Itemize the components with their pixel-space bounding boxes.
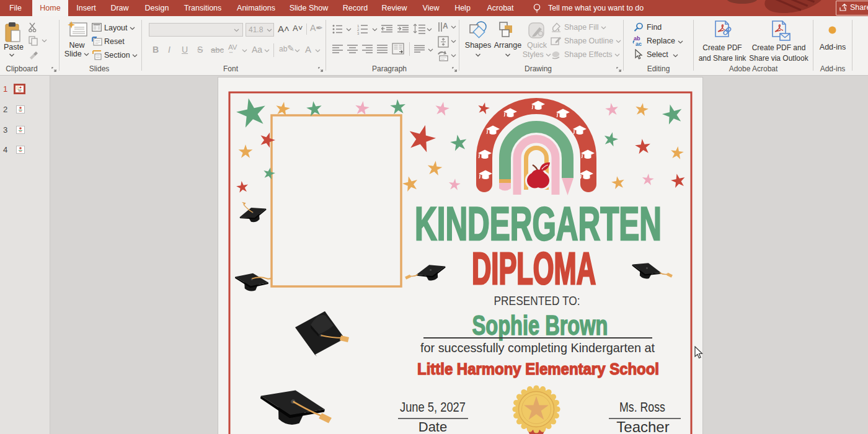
svg-text:A: A xyxy=(443,22,448,30)
svg-text:Sophie Brown: Sophie Brown xyxy=(472,310,608,340)
svg-text:3: 3 xyxy=(357,32,360,35)
svg-text:June 5, 2027: June 5, 2027 xyxy=(400,399,466,415)
svg-text:KINDERGARTEN: KINDERGARTEN xyxy=(415,197,662,250)
svg-text:ac: ac xyxy=(636,41,642,46)
svg-text:Teacher: Teacher xyxy=(616,418,669,434)
svg-text:Little Harmony Elementary Scho: Little Harmony Elementary School xyxy=(417,360,659,378)
svg-text:Ms. Ross: Ms. Ross xyxy=(619,399,665,415)
svg-text:Date: Date xyxy=(418,419,447,434)
svg-text:for successfully completing Ki: for successfully completing Kindergarten… xyxy=(420,340,655,355)
svg-text:DIPLOMA: DIPLOMA xyxy=(472,244,596,293)
svg-text:PRESENTED TO:: PRESENTED TO: xyxy=(494,293,580,308)
